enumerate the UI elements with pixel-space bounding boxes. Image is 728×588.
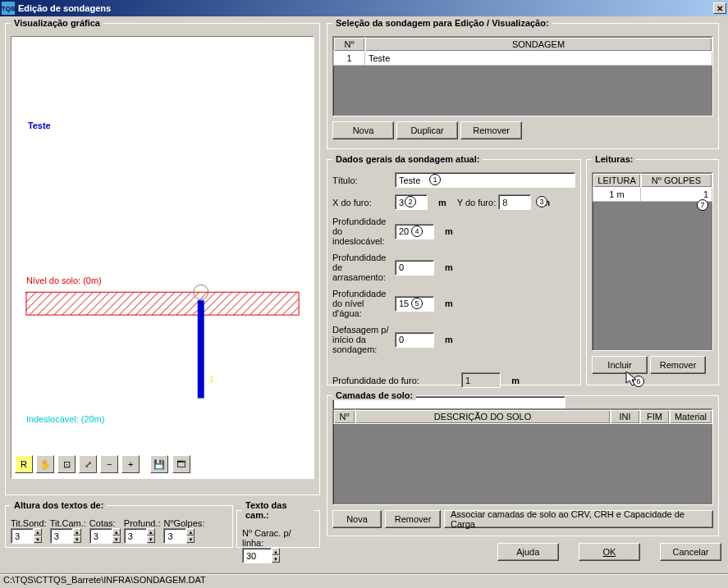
table-row[interactable]: 1 Teste: [334, 52, 712, 66]
input-tit-sond[interactable]: [11, 528, 34, 544]
input-titulo[interactable]: [395, 172, 575, 188]
col-n[interactable]: Nº: [334, 38, 365, 52]
nova-button[interactable]: Nova: [332, 121, 394, 139]
unit-m4: m: [445, 262, 453, 272]
tool-zoom-in-icon[interactable]: +: [121, 455, 140, 473]
canvas-viewport: Teste Nível do solo: (0m) 1 Indeslocável…: [11, 36, 314, 479]
depth-tick: 1: [209, 374, 214, 384]
app-icon: TQS: [2, 2, 15, 15]
selecao-grid[interactable]: Nº SONDAGEM 1 Teste: [332, 36, 713, 116]
input-cotas[interactable]: [89, 528, 112, 544]
label-yfuro: Y do furo:: [457, 198, 497, 207]
annotation-2: 2: [405, 196, 416, 207]
input-yfuro[interactable]: [498, 194, 531, 210]
tool-save-icon[interactable]: 💾: [150, 455, 168, 473]
unit-m7: m: [511, 376, 520, 385]
label-prof-arrasa: Profundidade de arrasamento:: [332, 253, 390, 282]
status-path: C:\TQS\CTTQS_Barrete\INFRA\SONDAGEM.DAT: [3, 575, 206, 585]
label-ncarac: Nº Carac. p/ linha:: [242, 528, 314, 548]
input-tit-cam[interactable]: [50, 528, 73, 544]
canvas-toolbar: R ✋ ⊡ ⤢ − + 💾 🗔: [15, 455, 191, 474]
col-cam-n[interactable]: Nº: [334, 410, 355, 424]
tool-reset-icon[interactable]: R: [15, 455, 33, 473]
leituras-grid[interactable]: LEITURA Nº GOLPES 1 m 1 7: [592, 172, 713, 351]
group-camadas: Camadas de solo: Nº DESCRIÇÃO DO SOLO IN…: [327, 390, 719, 536]
tool-zoom-extents-icon[interactable]: ⤢: [79, 455, 97, 473]
unit-m3: m: [445, 226, 453, 236]
remover-button[interactable]: Remover: [460, 121, 522, 139]
cell-golpes: 1: [703, 189, 708, 199]
input-defasagem[interactable]: [395, 332, 434, 348]
col-leitura[interactable]: LEITURA: [593, 174, 641, 188]
input-prof-arrasa[interactable]: [395, 260, 434, 276]
tool-properties-icon[interactable]: 🗔: [172, 455, 190, 473]
camadas-grid[interactable]: Nº DESCRIÇÃO DO SOLO INI FIM Material: [332, 408, 713, 505]
group-altura: Altura dos textos de: Tit.Sond: ▲▼ Tit.C…: [5, 500, 233, 548]
status-bar: C:\TQS\CTTQS_Barrete\INFRA\SONDAGEM.DAT: [0, 573, 728, 588]
annotation-4: 4: [411, 226, 423, 237]
legend-altura: Altura dos textos de:: [11, 500, 107, 510]
legend-leituras: Leituras:: [592, 154, 636, 164]
duplicar-button[interactable]: Duplicar: [396, 121, 458, 139]
legend-camadas: Camadas de solo:: [332, 390, 416, 400]
col-golpes[interactable]: Nº GOLPES: [641, 174, 712, 188]
label-tit-sond: Tit.Sond:: [11, 518, 47, 528]
col-cam-ini[interactable]: INI: [611, 410, 640, 424]
annotation-1: 1: [429, 174, 441, 185]
spin-ncarac[interactable]: ▲▼: [272, 548, 280, 563]
label-titulo: Título:: [332, 175, 390, 185]
input-profund[interactable]: [124, 528, 147, 544]
cancelar-button[interactable]: Cancelar: [660, 543, 721, 561]
col-cam-desc[interactable]: DESCRIÇÃO DO SOLO: [355, 410, 611, 424]
table-row[interactable]: 1 m 1 7: [593, 188, 712, 202]
remover-camada-button[interactable]: Remover: [385, 510, 441, 528]
annotation-3: 3: [536, 196, 547, 207]
nova-camada-button[interactable]: Nova: [332, 510, 382, 528]
window-title: Edição de sondagens: [18, 3, 713, 13]
label-cotas: Cotas:: [89, 518, 121, 528]
spin-ngolpes[interactable]: ▲▼: [186, 528, 195, 544]
ground-hatch: [26, 292, 299, 315]
titlebar: TQS Edição de sondagens ✕: [0, 0, 728, 16]
label-tit-cam: Tit.Cam.:: [50, 518, 86, 528]
annotation-7: 7: [697, 199, 708, 211]
spin-tit-cam[interactable]: ▲▼: [73, 528, 81, 544]
legend-visualizacao: Visualização gráfica: [11, 18, 103, 28]
group-visualizacao: Visualização gráfica Teste Nível do solo…: [5, 18, 320, 495]
associar-button[interactable]: Associar camadas de solo ao CRV, CRH e C…: [444, 510, 713, 528]
cell-leitura: 1 m: [593, 188, 641, 202]
group-dados: Dados gerais da sondagem atual: Título: …: [327, 154, 581, 385]
tool-zoom-window-icon[interactable]: ⊡: [57, 455, 76, 473]
input-prof-furo: [461, 372, 501, 388]
label-xfuro: X do furo:: [332, 198, 390, 207]
spin-profund[interactable]: ▲▼: [147, 528, 155, 544]
input-ngolpes[interactable]: [163, 528, 186, 544]
col-cam-fim[interactable]: FIM: [640, 410, 670, 424]
cell-name: Teste: [365, 52, 712, 66]
spin-tit-sond[interactable]: ▲▼: [34, 528, 42, 544]
ok-button[interactable]: OK: [579, 543, 640, 561]
canvas-title: Teste: [28, 121, 51, 130]
group-selecao: Seleção da sondagem para Edição / Visual…: [327, 18, 719, 149]
remover-leitura-button[interactable]: Remover: [650, 356, 706, 374]
label-defasagem: Defasagem p/ início da sondagem:: [332, 325, 390, 354]
form: Visualização gráfica Teste Nível do solo…: [0, 16, 728, 574]
label-prof-agua: Profundidade do nível d'água:: [332, 289, 390, 318]
legend-selecao: Seleção da sondagem para Edição / Visual…: [332, 18, 552, 28]
col-cam-mat[interactable]: Material: [670, 410, 712, 424]
spin-cotas[interactable]: ▲▼: [112, 528, 121, 544]
ajuda-button[interactable]: Ajuda: [497, 543, 559, 561]
close-icon[interactable]: ✕: [713, 2, 726, 14]
annotation-5: 5: [411, 298, 423, 309]
legend-dados: Dados gerais da sondagem atual:: [332, 154, 483, 164]
tool-pan-icon[interactable]: ✋: [36, 455, 54, 473]
tool-zoom-out-icon[interactable]: −: [100, 455, 118, 473]
drawing-canvas: Teste Nível do solo: (0m) 1 Indeslocável…: [11, 37, 314, 478]
col-sondagem[interactable]: SONDAGEM: [365, 38, 712, 52]
input-ncarac[interactable]: [242, 548, 272, 563]
group-leituras: Leituras: LEITURA Nº GOLPES 1 m 1 7 Incl…: [586, 154, 719, 385]
borehole-bar: [198, 300, 204, 398]
indeslocavel-label: Indeslocável: (20m): [26, 414, 104, 424]
cursor-icon: [625, 371, 640, 389]
unit-m: m: [438, 198, 446, 207]
